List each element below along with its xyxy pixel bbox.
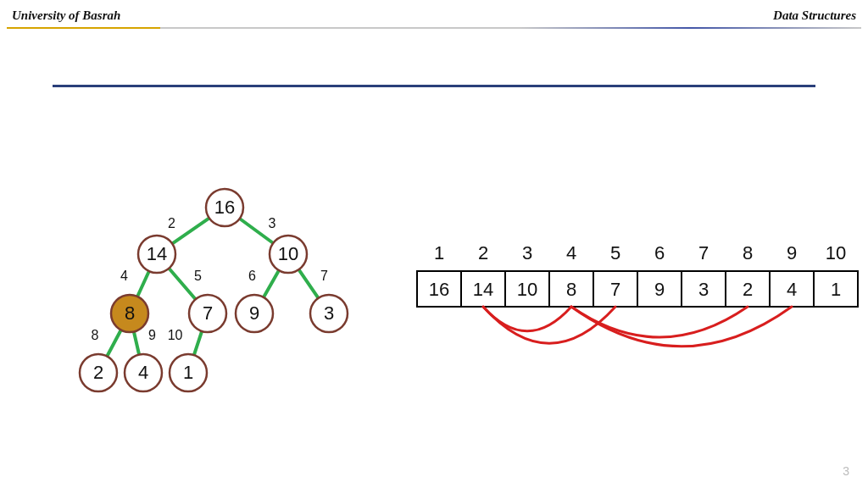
array-arc: [571, 307, 748, 337]
array-index: 4: [566, 242, 576, 263]
array-value: 14: [473, 279, 493, 300]
array-value: 16: [429, 279, 449, 300]
array-index: 1: [434, 242, 444, 263]
header-left: University of Basrah: [12, 8, 120, 23]
array-index: 7: [698, 242, 709, 263]
tree-edge: [169, 269, 195, 300]
tree-edge-label: 9: [148, 328, 156, 342]
array-value: 3: [698, 279, 709, 300]
array-value: 1: [831, 279, 841, 300]
tree-node-value: 8: [125, 302, 135, 324]
array-index: 5: [610, 242, 620, 263]
tree-edge: [137, 271, 149, 297]
tree-edge: [107, 330, 120, 356]
array-index: 9: [787, 242, 797, 263]
tree-edge-label: 10: [168, 328, 183, 342]
array-index: 8: [743, 242, 753, 263]
diagram-canvas: 2345678910161410879324112345678910161410…: [0, 0, 868, 488]
array-value: 2: [743, 279, 753, 300]
tree-node-value: 2: [93, 362, 103, 383]
array-value: 10: [517, 279, 537, 300]
tree-node-value: 9: [249, 302, 259, 324]
tree-edge: [264, 270, 279, 297]
array-arc: [571, 307, 792, 347]
array-index: 2: [478, 242, 488, 263]
array-value: 4: [787, 279, 797, 300]
tree-node-value: 1: [183, 362, 193, 383]
array-index: 3: [522, 242, 532, 263]
tree-node-value: 14: [147, 243, 167, 264]
page-number: 3: [843, 464, 849, 478]
array-index: 6: [654, 242, 665, 263]
tree-edge: [134, 331, 139, 354]
section-rule: [53, 85, 815, 87]
array-index: 10: [826, 242, 846, 263]
tree-edge-label: 7: [320, 269, 328, 283]
tree-edge: [298, 269, 318, 298]
tree-edge: [194, 331, 202, 355]
tree-node-value: 3: [324, 302, 334, 324]
header-rule: [7, 27, 861, 29]
tree-edge-label: 2: [168, 216, 175, 230]
tree-edge-label: 3: [269, 216, 276, 230]
tree-edge-label: 5: [194, 269, 202, 283]
tree-edge: [172, 218, 209, 243]
slide-header: University of Basrah Data Structures: [12, 8, 856, 23]
tree-edge-label: 4: [120, 269, 128, 283]
tree-node-value: 16: [214, 197, 235, 218]
array-value: 9: [654, 279, 665, 300]
array-value: 8: [566, 279, 576, 300]
array-value: 7: [610, 279, 620, 300]
tree-edge-label: 8: [92, 328, 99, 342]
tree-edge-label: 6: [248, 269, 256, 283]
tree-node-value: 4: [138, 362, 148, 383]
tree-node-value: 10: [278, 243, 298, 264]
header-right: Data Structures: [773, 8, 856, 23]
tree-node-value: 7: [203, 302, 213, 324]
